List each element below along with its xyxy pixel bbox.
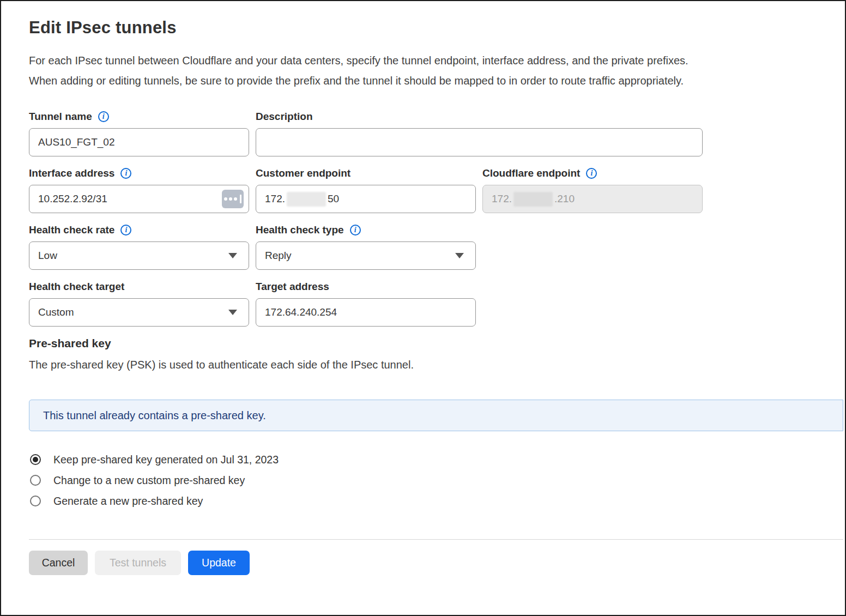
target-address-label: Target address: [256, 280, 476, 293]
psk-option-generate[interactable]: Generate a new pre-shared key: [30, 491, 845, 511]
dropdown-arrow-icon: [455, 253, 464, 258]
health-check-rate-label: Health check rate i: [29, 224, 249, 237]
health-check-type-field: Health check type i Reply: [256, 224, 476, 270]
psk-description: The pre-shared key (PSK) is used to auth…: [29, 359, 845, 371]
health-check-rate-value: Low: [38, 250, 57, 262]
cloudflare-endpoint-value-suffix: .210: [554, 193, 575, 205]
tunnel-name-field: Tunnel name i: [29, 110, 249, 156]
intro-line-2: When adding or editing tunnels, be sure …: [29, 71, 845, 91]
cloudflare-endpoint-field: Cloudflare endpoint i 172. .210: [482, 167, 703, 213]
dropdown-arrow-icon: [228, 310, 237, 315]
redacted-value: [287, 192, 326, 207]
psk-option-keep-label: Keep pre-shared key generated on Jul 31,…: [53, 454, 279, 466]
radio-unselected-icon[interactable]: [30, 496, 41, 506]
customer-endpoint-label: Customer endpoint: [256, 167, 476, 180]
redacted-value: [513, 192, 553, 207]
psk-option-generate-label: Generate a new pre-shared key: [53, 495, 203, 508]
description-label: Description: [256, 110, 703, 123]
page-title: Edit IPsec tunnels: [29, 18, 845, 38]
info-icon[interactable]: i: [586, 168, 597, 179]
text-cursor-icon[interactable]: [222, 190, 244, 208]
psk-option-custom-label: Change to a new custom pre-shared key: [53, 474, 245, 487]
description-field: Description: [256, 110, 703, 156]
form-row-1: Tunnel name i Description: [29, 110, 845, 156]
interface-address-field: Interface address i: [29, 167, 249, 213]
tunnel-name-input[interactable]: [29, 128, 249, 156]
health-check-rate-field: Health check rate i Low: [29, 224, 249, 270]
cloudflare-endpoint-input: 172. .210: [482, 185, 703, 213]
info-icon[interactable]: i: [98, 111, 109, 122]
footer-actions: Cancel Test tunnels Update: [29, 551, 845, 575]
health-check-type-value: Reply: [265, 250, 292, 262]
customer-endpoint-label-text: Customer endpoint: [256, 167, 351, 179]
cloudflare-endpoint-label: Cloudflare endpoint i: [482, 167, 703, 180]
psk-option-custom[interactable]: Change to a new custom pre-shared key: [30, 470, 845, 491]
cloudflare-endpoint-label-text: Cloudflare endpoint: [482, 167, 580, 179]
tunnel-name-label: Tunnel name i: [29, 110, 249, 123]
health-check-type-label-text: Health check type: [256, 224, 344, 236]
health-check-rate-label-text: Health check rate: [29, 224, 114, 236]
customer-endpoint-input[interactable]: 172. 50: [256, 185, 476, 213]
health-check-type-select[interactable]: Reply: [256, 241, 476, 270]
intro-text: For each IPsec tunnel between Cloudflare…: [29, 51, 845, 91]
radio-unselected-icon[interactable]: [30, 475, 41, 486]
footer-divider: [29, 539, 843, 540]
test-tunnels-button: Test tunnels: [95, 551, 181, 575]
description-label-text: Description: [256, 111, 313, 123]
customer-endpoint-field: Customer endpoint 172. 50: [256, 167, 476, 213]
health-check-target-field: Health check target Custom: [29, 280, 249, 327]
customer-endpoint-value-suffix: 50: [328, 193, 339, 205]
tunnel-name-label-text: Tunnel name: [29, 111, 92, 123]
interface-address-input[interactable]: [29, 185, 249, 213]
health-check-type-label: Health check type i: [256, 224, 476, 237]
target-address-label-text: Target address: [256, 281, 329, 293]
cancel-button[interactable]: Cancel: [29, 551, 88, 575]
health-check-target-label: Health check target: [29, 280, 249, 293]
psk-option-keep[interactable]: Keep pre-shared key generated on Jul 31,…: [30, 449, 845, 470]
info-icon[interactable]: i: [350, 225, 361, 235]
health-check-rate-select[interactable]: Low: [29, 241, 249, 270]
intro-line-1: For each IPsec tunnel between Cloudflare…: [29, 51, 845, 71]
form-row-4: Health check target Custom Target addres…: [29, 280, 845, 327]
info-icon[interactable]: i: [120, 225, 131, 235]
radio-selected-icon[interactable]: [30, 454, 41, 465]
health-check-target-value: Custom: [38, 306, 74, 318]
psk-banner-text: This tunnel already contains a pre-share…: [43, 409, 266, 422]
customer-endpoint-value-prefix: 172.: [265, 193, 285, 205]
description-input[interactable]: [256, 128, 703, 156]
info-icon[interactable]: i: [120, 168, 131, 179]
interface-address-input-wrap: [29, 185, 249, 213]
interface-address-label-text: Interface address: [29, 167, 114, 179]
form-row-3: Health check rate i Low Health check typ…: [29, 224, 845, 270]
health-check-target-label-text: Health check target: [29, 281, 124, 293]
tunnel-form: Tunnel name i Description Interface addr…: [29, 110, 845, 327]
dropdown-arrow-icon: [228, 253, 237, 258]
target-address-field: Target address: [256, 280, 476, 327]
cloudflare-endpoint-value-prefix: 172.: [492, 193, 512, 205]
edit-ipsec-tunnels-panel: Edit IPsec tunnels For each IPsec tunnel…: [1, 1, 845, 575]
interface-address-label: Interface address i: [29, 167, 249, 180]
psk-heading: Pre-shared key: [29, 337, 845, 350]
update-button[interactable]: Update: [188, 551, 250, 575]
health-check-target-select[interactable]: Custom: [29, 298, 249, 327]
psk-option-group: Keep pre-shared key generated on Jul 31,…: [29, 449, 845, 511]
psk-info-banner: This tunnel already contains a pre-share…: [29, 400, 843, 431]
form-row-2: Interface address i Customer endpoint 17…: [29, 167, 845, 213]
target-address-input[interactable]: [256, 298, 476, 327]
